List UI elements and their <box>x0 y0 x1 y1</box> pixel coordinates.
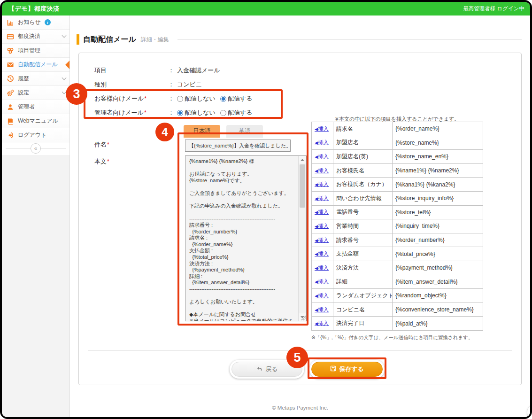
insert-link[interactable]: ◀挿入 <box>315 195 329 201</box>
history-icon <box>7 75 14 83</box>
insert-table-row: ◀挿入 決済完了日 {%paid_at%} <box>312 317 483 331</box>
insert-link[interactable]: ◀挿入 <box>315 251 329 256</box>
tab-japanese[interactable]: 日本語 <box>184 125 220 138</box>
scrollbar-thumb[interactable] <box>300 164 305 208</box>
sidebar-menu: お知らせ i 都度決済 項目管理 自動配信メール 履歴 設定 管理者 <box>2 16 69 142</box>
subject-input[interactable]: 【{%store_name%}】入金を確認しました。 <box>185 140 291 152</box>
sidebar-item-admin[interactable]: 管理者 <box>2 100 69 114</box>
insert-link[interactable]: ◀挿入 <box>315 237 329 243</box>
insert-link[interactable]: ◀挿入 <box>315 154 329 159</box>
placeholder-name: コンビニ名 <box>333 303 393 317</box>
insert-arrow-icon: ◀ <box>315 279 318 284</box>
insert-link[interactable]: ◀挿入 <box>315 181 329 187</box>
mail-setting-label: 管理者向けメール* <box>79 109 168 117</box>
radio-unchecked-icon[interactable] <box>177 96 183 102</box>
sidebar-item-settings[interactable]: 設定 <box>2 86 69 100</box>
page-title-row: 自動配信メール 詳細・編集 <box>77 33 522 46</box>
body-label: 本文* <box>94 157 109 166</box>
insert-arrow-icon: ◀ <box>315 169 318 173</box>
placeholder-token: {%kana1%} {%kana2%} <box>393 178 483 192</box>
insert-link[interactable]: ◀挿入 <box>315 209 329 215</box>
app-window: 【デモ】都度決済 最高管理者様 ログイン中 お知らせ i 都度決済 項目管理 自… <box>2 2 530 417</box>
insert-placeholder-table: ◀挿入 請求名 {%order_name%} ◀挿入 加盟店名 {%store_… <box>311 122 483 331</box>
back-button[interactable]: 戻る <box>230 360 304 379</box>
textarea-resize-grip[interactable] <box>301 316 306 320</box>
sidebar-item-tsudo-kessai[interactable]: 都度決済 <box>2 30 69 44</box>
body-textarea[interactable]: {%name1%} {%name2%} 様 お世話になっております。 {%sto… <box>185 155 307 321</box>
sidebar-item-item-management[interactable]: 項目管理 <box>2 44 69 58</box>
insert-link[interactable]: ◀挿入 <box>315 126 329 132</box>
panel-divider <box>88 350 512 351</box>
radio-option[interactable]: 配信する <box>220 94 253 103</box>
main-content: 自動配信メール 詳細・編集 項目 ：入金確認メール 種別 ：コンビニ お客様向け… <box>70 16 530 417</box>
scroll-up-button[interactable] <box>299 156 306 163</box>
body-textarea-content[interactable]: {%name1%} {%name2%} 様 お世話になっております。 {%sto… <box>185 156 298 321</box>
insert-table-row: ◀挿入 請求番号 {%order_number%} <box>312 233 483 247</box>
insert-link[interactable]: ◀挿入 <box>315 307 329 312</box>
insert-table-row: ◀挿入 決済方法 {%payment_method%} <box>312 261 483 275</box>
insert-link[interactable]: ◀挿入 <box>315 140 329 145</box>
book-icon <box>7 117 14 125</box>
placeholder-name: 加盟店名(英) <box>333 150 393 164</box>
insert-link[interactable]: ◀挿入 <box>315 168 329 173</box>
placeholder-token: {%convenience_store_name%} <box>393 303 483 317</box>
form-row-item: 項目 ：入金確認メール <box>79 63 300 78</box>
sidebar-item-label: 項目管理 <box>18 47 40 54</box>
radio-checked-icon[interactable] <box>177 110 183 116</box>
sidebar-item-auto-mail[interactable]: 自動配信メール <box>2 58 69 72</box>
insert-table-row: ◀挿入 コンビニ名 {%convenience_store_name%} <box>312 303 483 317</box>
login-status: 最高管理者様 ログイン中 <box>463 5 524 12</box>
footer-copyright: © Metaps Payment Inc. <box>70 405 530 411</box>
placeholder-token: {%paid_at%} <box>393 317 483 331</box>
placeholder-token: {%store_inquiry_info%} <box>393 191 483 205</box>
placeholder-token: {%order_name%} <box>393 122 483 136</box>
placeholder-token: {%store_name_en%} <box>393 150 483 164</box>
body-label-text: 本文 <box>94 158 107 165</box>
sidebar-item-web-manual[interactable]: Webマニュアル <box>2 114 69 128</box>
mail-setting-options: ：配信しない配信する <box>168 109 253 117</box>
chevron-down-icon <box>62 76 67 80</box>
radio-option[interactable]: 配信しない <box>177 109 216 117</box>
radio-label: 配信しない <box>185 109 216 117</box>
mail-icon <box>7 61 14 69</box>
insert-arrow-icon: ◀ <box>315 127 318 132</box>
sidebar-item-label: 設定 <box>18 89 29 97</box>
placeholder-name: 詳細 <box>333 275 393 289</box>
type-value: ：コンビニ <box>168 80 202 89</box>
placeholder-name: ランダムオブジェクト <box>333 289 393 303</box>
insert-arrow-icon: ◀ <box>315 182 318 187</box>
insert-link[interactable]: ◀挿入 <box>315 293 329 298</box>
sidebar-item-history[interactable]: 履歴 <box>2 72 69 86</box>
insert-link[interactable]: ◀挿入 <box>315 320 329 326</box>
sidebar-collapse-row: « <box>2 142 69 155</box>
person-icon <box>7 103 14 111</box>
radio-option[interactable]: 配信する <box>220 109 253 117</box>
sidebar-item-label: 管理者 <box>18 103 35 111</box>
edit-panel: 項目 ：入金確認メール 種別 ：コンビニ お客様向けメール* ：配信しない配信す… <box>78 53 522 385</box>
placeholder-name: 支払金額 <box>333 247 393 261</box>
sidebar-collapse-button[interactable]: « <box>31 143 41 154</box>
radio-option[interactable]: 配信しない <box>177 94 216 103</box>
radio-label: 配信する <box>228 94 253 103</box>
sidebar-item-news[interactable]: お知らせ i <box>2 16 69 30</box>
textarea-scrollbar[interactable] <box>298 156 306 321</box>
placeholder-token: {%store_tel%} <box>393 205 483 219</box>
tab-english[interactable]: 英語 <box>226 125 263 138</box>
type-label: 種別 <box>79 80 168 89</box>
placeholder-name: お客様氏名 <box>333 163 393 178</box>
insert-link[interactable]: ◀挿入 <box>315 223 329 229</box>
insert-arrow-icon: ◀ <box>315 266 318 271</box>
insert-arrow-icon: ◀ <box>315 140 318 145</box>
radio-checked-icon[interactable] <box>220 96 226 102</box>
screenshot-frame: 【デモ】都度決済 最高管理者様 ログイン中 お知らせ i 都度決済 項目管理 自… <box>0 0 532 419</box>
save-button[interactable]: 保存する <box>309 360 385 379</box>
insert-link[interactable]: ◀挿入 <box>315 279 329 284</box>
insert-link[interactable]: ◀挿入 <box>315 265 329 271</box>
top-header-bar: 【デモ】都度決済 最高管理者様 ログイン中 <box>2 2 530 16</box>
colon: ： <box>168 66 174 75</box>
required-mark: * <box>107 158 109 165</box>
sidebar-item-logout[interactable]: ログアウト <box>2 128 69 142</box>
placeholder-name: 請求名 <box>333 122 393 136</box>
radio-unchecked-icon[interactable] <box>220 110 226 116</box>
bar-chart-icon <box>7 19 14 26</box>
